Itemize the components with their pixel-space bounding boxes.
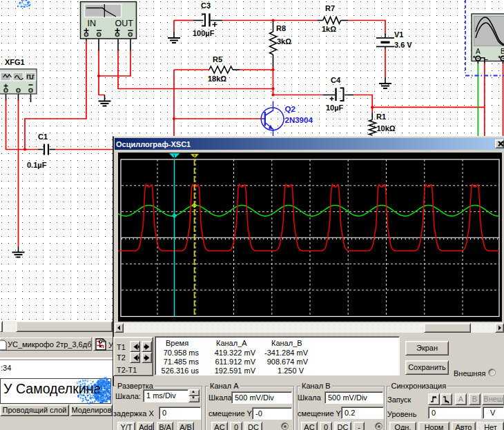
svg-text:1: 1 — [173, 154, 176, 159]
svg-text:2: 2 — [193, 154, 196, 159]
